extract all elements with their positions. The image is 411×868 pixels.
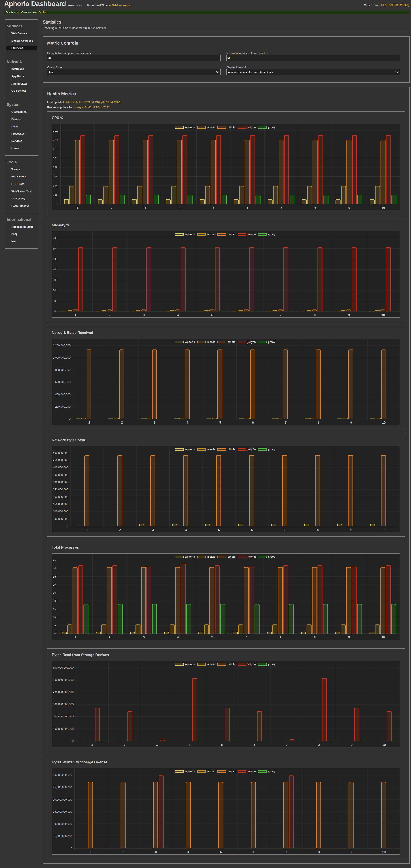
- svg-text:150,000,000: 150,000,000: [53, 502, 68, 506]
- svg-text:6: 6: [251, 528, 253, 531]
- svg-text:6: 6: [253, 850, 254, 854]
- svg-text:0: 0: [54, 632, 56, 635]
- svg-text:3: 3: [145, 206, 146, 209]
- svg-text:35: 35: [53, 575, 56, 578]
- svg-text:7: 7: [281, 206, 282, 209]
- svg-text:6: 6: [252, 421, 254, 424]
- svg-text:50: 50: [53, 257, 56, 260]
- svg-text:10: 10: [382, 850, 385, 854]
- svg-text:10: 10: [381, 206, 385, 209]
- svg-text:5: 5: [219, 421, 221, 424]
- svg-text:0: 0: [54, 310, 56, 313]
- svg-text:6: 6: [254, 743, 255, 746]
- svg-text:20,000,000,000: 20,000,000,000: [53, 798, 72, 801]
- svg-text:500,000,000: 500,000,000: [53, 451, 68, 454]
- svg-text:5: 5: [221, 743, 223, 746]
- svg-text:0.02: 0.02: [53, 193, 58, 196]
- svg-text:600,000,000: 600,000,000: [55, 380, 70, 384]
- svg-text:2: 2: [119, 528, 121, 531]
- svg-text:3: 3: [143, 313, 145, 317]
- svg-text:7: 7: [280, 313, 281, 317]
- svg-text:9: 9: [348, 313, 350, 317]
- svg-text:1: 1: [88, 421, 90, 424]
- svg-text:0.14: 0.14: [53, 138, 58, 141]
- svg-text:10: 10: [381, 635, 385, 639]
- svg-text:400,000,000,000: 400,000,000,000: [53, 690, 74, 693]
- svg-text:5: 5: [218, 528, 220, 531]
- svg-text:4: 4: [185, 528, 187, 531]
- svg-text:1: 1: [91, 743, 93, 746]
- svg-text:0.16: 0.16: [53, 129, 58, 132]
- svg-text:9: 9: [350, 421, 352, 424]
- svg-text:6: 6: [245, 635, 247, 639]
- svg-text:200,000,000: 200,000,000: [55, 405, 70, 408]
- svg-text:3: 3: [156, 743, 158, 746]
- svg-text:5: 5: [211, 635, 213, 639]
- svg-text:3: 3: [143, 635, 145, 639]
- svg-text:10: 10: [382, 528, 385, 531]
- svg-text:7: 7: [285, 850, 287, 854]
- svg-text:25,000,000,000: 25,000,000,000: [53, 786, 72, 789]
- svg-text:8: 8: [318, 421, 319, 424]
- svg-text:9: 9: [348, 635, 350, 639]
- svg-text:0.06: 0.06: [53, 175, 58, 178]
- svg-text:4: 4: [177, 635, 179, 639]
- svg-text:8: 8: [318, 850, 320, 854]
- svg-text:9: 9: [348, 206, 350, 209]
- svg-text:20: 20: [53, 289, 56, 292]
- svg-text:3: 3: [154, 421, 155, 424]
- svg-text:2: 2: [122, 850, 124, 854]
- svg-text:300,000,000,000: 300,000,000,000: [53, 703, 74, 706]
- svg-text:350,000,000: 350,000,000: [53, 473, 68, 476]
- svg-text:5,000,000,000: 5,000,000,000: [54, 834, 72, 838]
- svg-text:2: 2: [124, 743, 125, 746]
- svg-text:2: 2: [121, 421, 123, 424]
- svg-text:10: 10: [381, 313, 385, 317]
- svg-text:8: 8: [314, 635, 316, 639]
- svg-text:2: 2: [109, 635, 111, 639]
- svg-text:1,000,000,000: 1,000,000,000: [53, 356, 70, 359]
- svg-text:1: 1: [90, 850, 91, 854]
- svg-text:1: 1: [77, 206, 79, 209]
- svg-text:0.12: 0.12: [53, 147, 58, 151]
- svg-text:8: 8: [314, 313, 316, 317]
- svg-text:25: 25: [53, 591, 56, 594]
- svg-text:0.10: 0.10: [53, 156, 58, 160]
- svg-text:0: 0: [67, 524, 68, 528]
- svg-text:3: 3: [152, 528, 154, 531]
- svg-text:1: 1: [75, 635, 76, 639]
- svg-text:0: 0: [70, 847, 72, 850]
- svg-text:4: 4: [179, 206, 180, 209]
- svg-text:7: 7: [286, 743, 288, 746]
- svg-text:1: 1: [75, 313, 76, 317]
- svg-text:250,000,000: 250,000,000: [53, 488, 68, 491]
- svg-text:500,000,000,000: 500,000,000,000: [53, 678, 74, 681]
- svg-text:60: 60: [53, 247, 56, 250]
- svg-text:4: 4: [187, 850, 189, 854]
- svg-text:400,000,000: 400,000,000: [55, 393, 70, 396]
- svg-text:30,000,000,000: 30,000,000,000: [53, 773, 72, 777]
- svg-text:9: 9: [350, 850, 352, 854]
- svg-text:1,200,000,000: 1,200,000,000: [53, 344, 70, 347]
- svg-text:20: 20: [53, 599, 56, 602]
- svg-text:10: 10: [53, 299, 56, 302]
- svg-text:200,000,000: 200,000,000: [53, 495, 68, 498]
- svg-text:8: 8: [317, 528, 319, 531]
- svg-text:3: 3: [155, 850, 157, 854]
- svg-text:100,000,000,000: 100,000,000,000: [53, 727, 74, 730]
- svg-text:30: 30: [53, 583, 56, 586]
- svg-text:0: 0: [72, 739, 74, 743]
- svg-text:7: 7: [284, 528, 286, 531]
- svg-text:6: 6: [245, 313, 247, 317]
- svg-text:50,000,000: 50,000,000: [54, 517, 68, 520]
- svg-text:600,000,000,000: 600,000,000,000: [53, 666, 74, 669]
- svg-text:6: 6: [246, 206, 248, 209]
- svg-text:7: 7: [280, 635, 281, 639]
- svg-text:450,000,000: 450,000,000: [53, 459, 68, 462]
- svg-text:15,000,000,000: 15,000,000,000: [53, 810, 72, 813]
- svg-text:9: 9: [350, 528, 352, 531]
- svg-text:0: 0: [57, 202, 58, 206]
- svg-text:8: 8: [318, 743, 320, 746]
- svg-text:7: 7: [285, 421, 287, 424]
- svg-text:40: 40: [53, 567, 56, 570]
